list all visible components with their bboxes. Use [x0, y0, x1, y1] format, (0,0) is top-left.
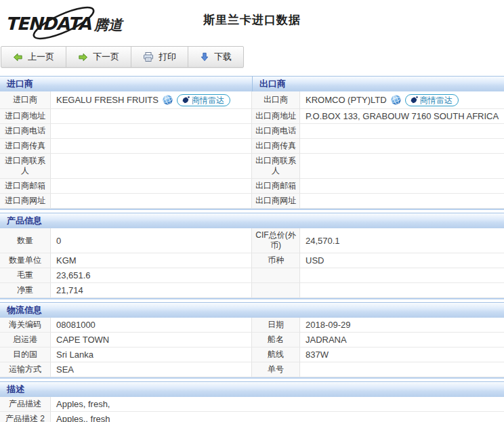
exporter-phone-value: [300, 124, 504, 139]
importer-contact-value: [51, 154, 252, 179]
transport-mode-value: SEA: [51, 362, 252, 377]
arrow-down-icon: [200, 52, 209, 62]
logistics-section-header: 物流信息: [0, 302, 504, 318]
gross-weight-value: 23,651.6: [51, 268, 252, 283]
exporter-name-cell: KROMCO (PTY)LTD: [300, 91, 504, 109]
prev-page-label: 上一页: [28, 51, 54, 63]
importer-name-label: 进口商: [0, 91, 51, 109]
product-section-header: 产品信息: [0, 213, 504, 228]
printer-icon: [143, 51, 154, 62]
arrow-left-icon: [13, 52, 23, 62]
date-label: 日期: [252, 318, 300, 333]
quantity-value: 0: [51, 228, 252, 253]
destination-country-value: Sri Lanka: [51, 347, 252, 362]
importer-email-label: 进口商邮箱: [0, 179, 51, 194]
departure-port-label: 启运港: [0, 333, 51, 347]
logistics-section: 物流信息 海关编码 08081000 日期 2018-09-29 启运港 CAP…: [0, 302, 504, 379]
exporter-address-label: 出口商地址: [252, 109, 300, 124]
importer-phone-label: 进口商电话: [0, 124, 51, 139]
description-section: 描述 产品描述 Apples, fresh, 产品描述 2 Apples,. f…: [0, 381, 504, 422]
exporter-phone-label: 出口商电话: [252, 124, 300, 139]
gross-weight-label: 毛重: [0, 268, 51, 283]
exporter-section-header: 出口商: [252, 76, 504, 91]
next-page-button[interactable]: 下一页: [66, 47, 131, 67]
description-section-header: 描述: [0, 381, 504, 397]
departure-port-value: CAPE TOWN: [51, 333, 252, 347]
trade-record-page: TENDATA腾道 斯里兰卡进口数据 上一页 下一页: [0, 0, 504, 422]
empty-label-cell: [252, 283, 300, 298]
product-description2-value: Apples,. fresh: [51, 412, 504, 422]
route-value: 837W: [300, 347, 504, 362]
exporter-email-label: 出口商邮箱: [252, 179, 300, 194]
exporter-address-value: P.O.BOX 133, GRABOUW 7160 SOUTH AFRICA: [300, 109, 504, 124]
currency-label: 币种: [252, 253, 300, 268]
cif-total-label: CIF总价(外币): [252, 228, 300, 253]
download-label: 下载: [214, 51, 232, 63]
product-description-label: 产品描述: [0, 397, 51, 412]
radar-dish-icon: [182, 96, 190, 104]
exporter-website-value: [300, 194, 504, 209]
importer-fax-value: [51, 139, 252, 154]
hs-code-value: 08081000: [51, 318, 252, 333]
hs-code-label: 海关编码: [0, 318, 51, 333]
importer-section-header: 进口商: [0, 76, 252, 91]
quantity-unit-label: 数量单位: [0, 253, 51, 268]
bill-number-value: [300, 362, 504, 377]
net-weight-value: 21,714: [51, 283, 252, 298]
radar-dish-icon: [410, 96, 418, 104]
product-section: 产品信息 数量 0 CIF总价(外币) 24,570.1 数量单位 KGM 币种…: [0, 213, 504, 299]
importer-contact-label: 进口商联系人: [0, 154, 51, 179]
exporter-contact-value: [300, 154, 504, 179]
empty-label-cell: [252, 268, 300, 283]
exporter-website-label: 出口商网址: [252, 194, 300, 209]
radar-button-label: 商情雷达: [420, 96, 453, 105]
exporter-fax-value: [300, 139, 504, 154]
importer-address-value: [51, 109, 252, 124]
exporter-contact-label: 出口商联系人: [252, 154, 300, 179]
importer-business-radar-button[interactable]: 商情雷达: [177, 94, 230, 106]
brand-name-cn: 腾道: [94, 17, 123, 33]
importer-name: KEGALU FRESH FRUITS: [56, 95, 159, 105]
importer-phone-value: [51, 124, 252, 139]
quantity-unit-value: KGM: [51, 253, 252, 268]
company-section: 进口商 出口商 进口商 KEGALU FRESH FRUITS: [0, 76, 504, 210]
globe-icon[interactable]: [391, 95, 401, 105]
download-button[interactable]: 下载: [188, 47, 243, 67]
importer-address-label: 进口商地址: [0, 109, 51, 124]
cif-total-value: 24,570.1: [300, 228, 504, 253]
exporter-name-label: 出口商: [252, 91, 300, 109]
importer-email-value: [51, 179, 252, 194]
exporter-email-value: [300, 179, 504, 194]
globe-icon[interactable]: [163, 95, 173, 105]
vessel-name-label: 船名: [252, 333, 300, 347]
quantity-label: 数量: [0, 228, 51, 253]
transport-mode-label: 运输方式: [0, 362, 51, 377]
exporter-name: KROMCO (PTY)LTD: [306, 95, 387, 105]
empty-value-cell: [300, 268, 504, 283]
arrow-right-icon: [78, 52, 88, 62]
vessel-name-value: JADRANA: [300, 333, 504, 347]
brand-name: TENDATA: [5, 14, 91, 34]
next-page-label: 下一页: [93, 51, 119, 63]
exporter-business-radar-button[interactable]: 商情雷达: [405, 94, 459, 106]
pager-toolbar: 上一页 下一页 打印 下载: [1, 46, 244, 68]
empty-value-cell: [300, 283, 504, 298]
print-label: 打印: [159, 51, 176, 63]
print-button[interactable]: 打印: [131, 47, 188, 67]
currency-value: USD: [300, 253, 504, 268]
top-bar: TENDATA腾道 斯里兰卡进口数据: [0, 0, 504, 42]
bill-number-label: 单号: [252, 362, 300, 377]
product-description-value: Apples, fresh,: [51, 397, 504, 412]
importer-name-cell: KEGALU FRESH FRUITS: [51, 91, 252, 109]
radar-button-label: 商情雷达: [192, 96, 224, 105]
importer-fax-label: 进口商传真: [0, 139, 51, 154]
product-description2-label: 产品描述 2: [0, 412, 51, 422]
date-value: 2018-09-29: [300, 318, 504, 333]
destination-country-label: 目的国: [0, 347, 51, 362]
importer-website-value: [51, 194, 252, 209]
prev-page-button[interactable]: 上一页: [1, 47, 66, 67]
exporter-fax-label: 出口商传真: [252, 139, 300, 154]
net-weight-label: 净重: [0, 283, 51, 298]
route-label: 航线: [252, 347, 300, 362]
importer-website-label: 进口商网址: [0, 194, 51, 209]
